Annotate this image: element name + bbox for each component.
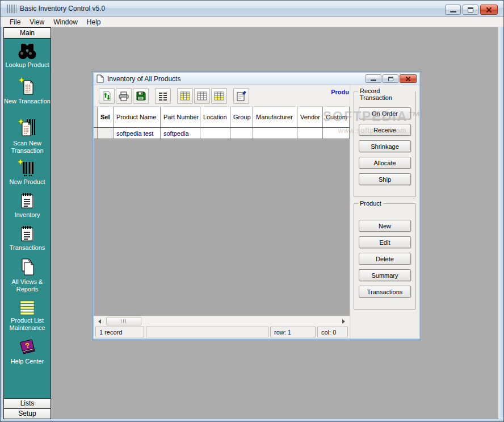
cell-vendor[interactable] (297, 128, 323, 139)
menu-bar: File View Window Help (1, 17, 503, 27)
documents-icon (18, 258, 36, 277)
view-name-label: Produ (331, 89, 349, 95)
grid-icon (196, 90, 208, 102)
grid-button[interactable] (194, 88, 210, 104)
product-group-title: Product (358, 200, 383, 207)
column-header-sel[interactable]: Sel (98, 107, 114, 127)
window-title: Basic Inventory Control v5.0 (20, 5, 105, 12)
status-col-indicator: col: 0 (317, 327, 348, 337)
inventory-window: Inventory of All Products (93, 72, 421, 340)
child-close-button[interactable] (400, 74, 417, 83)
record-transaction-group: Record Transaction On Order Receive Shri… (354, 91, 416, 197)
status-row-indicator: row: 1 (270, 327, 316, 337)
sidebar-item-product-list-maintenance[interactable]: Product List Maintenance (4, 300, 51, 332)
cell-product-name[interactable]: softpedia test (114, 128, 161, 139)
column-header-customer[interactable]: Custom (323, 107, 350, 127)
form-edit-icon (236, 90, 247, 102)
record-transaction-group-title: Record Transaction (358, 87, 415, 101)
app-window: Basic Inventory Control v5.0 File View W… (0, 0, 504, 422)
minimize-icon (450, 11, 456, 12)
refresh-icon (101, 90, 112, 102)
status-message (146, 327, 268, 337)
shrinkage-button[interactable]: Shrinkage (359, 140, 411, 152)
scroll-right-button[interactable] (339, 317, 348, 325)
cell-sel[interactable] (98, 128, 114, 139)
refresh-button[interactable] (99, 88, 115, 104)
cell-group[interactable] (230, 128, 253, 139)
sidebar-body: Lookup Product New Transaction (4, 39, 51, 398)
edit-product-button[interactable]: Edit (359, 236, 411, 248)
horizontal-scrollbar[interactable] (94, 316, 350, 325)
product-group: Product New Edit Delete Summary Transact… (354, 203, 416, 310)
table-row[interactable]: softpedia test softpedia (94, 128, 350, 139)
grid-columns-button[interactable] (177, 88, 193, 104)
cell-part-number[interactable]: softpedia (161, 128, 200, 139)
column-header-manufacturer[interactable]: Manufacturer (253, 107, 297, 127)
child-minimize-button[interactable] (366, 74, 381, 83)
scrollbar-thumb[interactable] (106, 317, 141, 325)
receive-button[interactable]: Receive (359, 124, 411, 136)
minimize-button[interactable] (445, 5, 461, 15)
child-maximize-button[interactable] (383, 74, 398, 83)
allocate-button[interactable]: Allocate (359, 157, 411, 169)
new-receipt-icon (18, 77, 36, 97)
sidebar-item-scan-new-transaction[interactable]: Scan New Transaction (4, 118, 51, 154)
column-header-part-number[interactable]: Part Number (161, 107, 200, 127)
sidebar-item-new-product[interactable]: New Product (4, 159, 51, 186)
help-book-icon: ? (18, 337, 37, 357)
grid-columns-icon (179, 90, 191, 102)
window-titlebar[interactable]: Basic Inventory Control v5.0 (1, 1, 503, 17)
sidebar-item-all-views-reports[interactable]: All Views & Reports (4, 258, 51, 293)
new-product-button[interactable]: New (359, 220, 411, 232)
on-order-button[interactable]: On Order (359, 107, 411, 119)
grid-rows-button[interactable] (211, 88, 227, 104)
cell-customer[interactable] (323, 128, 350, 139)
form-edit-button[interactable] (233, 88, 249, 104)
grid-empty-area (94, 139, 350, 316)
row-gutter-header (94, 107, 98, 127)
rows-view-button[interactable] (155, 88, 171, 104)
maximize-icon (468, 7, 473, 12)
cell-location[interactable] (200, 128, 230, 139)
summary-button[interactable]: Summary (359, 269, 411, 281)
cell-manufacturer[interactable] (253, 128, 297, 139)
print-button[interactable] (116, 88, 132, 104)
sidebar-item-help-center[interactable]: ? Help Center (4, 337, 51, 365)
save-button[interactable] (133, 88, 149, 104)
menu-window[interactable]: Window (49, 18, 82, 27)
menu-file[interactable]: File (5, 18, 25, 27)
grid-pane: Produ Sel Product Name Part Number Locat… (94, 85, 350, 339)
sidebar-item-inventory[interactable]: Inventory (4, 192, 51, 219)
sidebar-item-lookup-product[interactable]: Lookup Product (4, 42, 51, 69)
menu-view[interactable]: View (25, 18, 49, 27)
column-header-product-name[interactable]: Product Name (114, 107, 161, 127)
maximize-button[interactable] (463, 5, 478, 15)
app-barcode-icon (7, 5, 16, 13)
sidebar-tab-lists[interactable]: Lists (4, 398, 51, 408)
column-header-vendor[interactable]: Vendor (297, 107, 323, 127)
product-transactions-button[interactable]: Transactions (359, 286, 411, 298)
rows-view-icon (157, 90, 169, 102)
save-icon (135, 90, 146, 102)
sidebar-item-transactions[interactable]: Transactions (4, 225, 51, 252)
minimize-icon (371, 80, 376, 81)
ship-button[interactable]: Ship (359, 173, 411, 185)
close-button[interactable] (480, 5, 498, 15)
arrow-left-icon (96, 319, 101, 324)
document-icon (96, 74, 104, 83)
column-header-location[interactable]: Location (200, 107, 230, 127)
close-icon (486, 7, 492, 12)
inventory-window-titlebar[interactable]: Inventory of All Products (94, 73, 419, 85)
sidebar-tab-setup[interactable]: Setup (4, 408, 51, 419)
delete-product-button[interactable]: Delete (359, 253, 411, 265)
sidebar-item-new-transaction[interactable]: New Transaction (4, 77, 51, 105)
menu-help[interactable]: Help (82, 18, 106, 27)
status-bar: 1 record row: 1 col: 0 (94, 325, 350, 339)
scroll-left-button[interactable] (95, 317, 104, 325)
status-record-count: 1 record (95, 327, 144, 337)
row-selector[interactable] (94, 128, 98, 139)
arrow-right-icon (342, 319, 347, 324)
sidebar-tab-main[interactable]: Main (4, 28, 51, 39)
column-header-group[interactable]: Group (230, 107, 253, 127)
scan-receipt-icon (18, 118, 37, 139)
